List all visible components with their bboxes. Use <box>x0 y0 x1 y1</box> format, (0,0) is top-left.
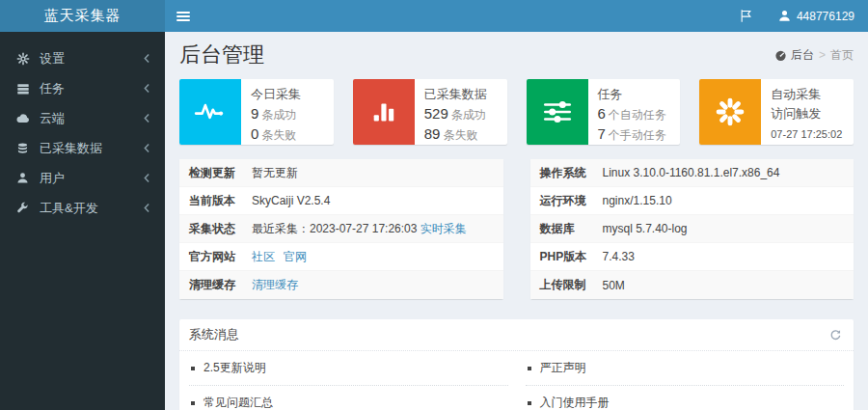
status-row: 操作系统Linux 3.10.0-1160.81.1.el7.x86_64 <box>530 159 854 187</box>
sidebar-item-users[interactable]: 用户 <box>0 163 165 193</box>
clear-cache-link[interactable]: 清理缓存 <box>252 278 298 291</box>
system-messages-list: 2.5更新说明严正声明常见问题汇总入门使用手册 <box>179 351 854 410</box>
stat-value: 9 <box>251 105 258 122</box>
stat-value: 7 <box>598 125 606 142</box>
angle-left-icon <box>143 203 151 213</box>
sidebar-toggle-button[interactable] <box>165 0 202 32</box>
info-box-stat: 529条成功 <box>424 104 487 124</box>
message-item[interactable]: 入门使用手册 <box>526 385 845 410</box>
username: 448776129 <box>797 10 854 23</box>
official-site-link[interactable]: 官网 <box>284 250 307 263</box>
system-messages-header: 系统消息 <box>179 319 854 351</box>
status-value: 社区官网 <box>252 249 503 265</box>
stat-unit: 个手动任务 <box>609 128 666 142</box>
cloud-icon <box>15 111 30 125</box>
angle-left-icon <box>143 173 151 183</box>
sidebar-menu: 设置任务云端已采集数据用户工具&开发 <box>0 32 165 223</box>
status-label: 当前版本 <box>179 193 252 209</box>
status-text: 7.4.33 <box>603 250 635 263</box>
status-text: Linux 3.10.0-1160.81.1.el7.x86_64 <box>603 166 780 179</box>
sidebar-item-settings[interactable]: 设置 <box>0 43 165 73</box>
message-item[interactable]: 严正声明 <box>526 351 845 385</box>
status-label: 检测更新 <box>179 165 252 181</box>
bullet-icon <box>191 401 195 405</box>
status-label: PHP版本 <box>530 249 603 265</box>
status-text: nginx/1.15.10 <box>603 194 672 207</box>
status-label: 清理缓存 <box>179 277 252 293</box>
status-value: 50M <box>603 279 854 292</box>
status-label: 操作系统 <box>530 165 603 181</box>
dashboard-icon <box>774 49 787 62</box>
status-label: 上传限制 <box>530 277 603 293</box>
status-row: 清理缓存清理缓存 <box>179 271 503 299</box>
sidebar-item-collected-data[interactable]: 已采集数据 <box>0 133 165 163</box>
angle-left-icon <box>143 53 151 64</box>
sidebar-item-label: 用户 <box>40 170 133 187</box>
info-box-stat: 6个自动任务 <box>598 104 666 124</box>
status-row: 数据库mysql 5.7.40-log <box>530 215 854 243</box>
breadcrumb: 后台 > 首页 <box>774 47 854 64</box>
navbar-right: 448776129 <box>739 9 868 23</box>
message-item[interactable]: 2.5更新说明 <box>189 351 508 385</box>
dashboard-icon <box>774 49 787 62</box>
info-box-collected: 已采集数据529条成功89条失败 <box>353 79 507 145</box>
info-box-content: 今日采集9条成功0条失败 <box>241 79 309 145</box>
bar-chart-icon <box>353 79 415 145</box>
user-menu[interactable]: 448776129 <box>778 10 854 23</box>
status-value: 暂无更新 <box>252 165 503 181</box>
asterisk-icon <box>699 79 761 145</box>
status-table-left: 检测更新暂无更新当前版本SkyCaiji V2.5.4采集状态最近采集：2023… <box>179 159 503 299</box>
status-row: 官方网站社区官网 <box>179 243 503 271</box>
stat-value: 6 <box>598 105 606 122</box>
bullet-icon <box>191 367 195 370</box>
flag-menu-button[interactable] <box>739 9 753 23</box>
status-label: 采集状态 <box>179 221 252 237</box>
breadcrumb-home-link[interactable]: 后台 <box>774 47 814 64</box>
breadcrumb-home-label: 后台 <box>791 47 814 64</box>
community-link[interactable]: 社区 <box>252 250 275 263</box>
info-box-stat: 7个手动任务 <box>598 124 666 145</box>
status-value: mysql 5.7.40-log <box>603 222 854 235</box>
status-value: 7.4.33 <box>603 250 854 263</box>
stat-unit: 条失败 <box>443 128 477 142</box>
status-row: 检测更新暂无更新 <box>179 159 503 187</box>
hamburger-icon <box>176 12 190 14</box>
message-item[interactable]: 常见问题汇总 <box>189 385 508 410</box>
app-logo[interactable]: 蓝天采集器 <box>0 0 165 32</box>
info-box-content: 已采集数据529条成功89条失败 <box>415 79 495 145</box>
info-box-time: 07-27 17:25:02 <box>771 123 842 143</box>
message-item-label: 2.5更新说明 <box>203 360 266 376</box>
refresh-button[interactable] <box>829 329 842 342</box>
person-icon <box>778 10 791 22</box>
refresh-icon <box>829 329 842 342</box>
status-value: Linux 3.10.0-1160.81.1.el7.x86_64 <box>603 166 854 179</box>
angle-left-icon <box>143 83 151 94</box>
info-box-title: 已采集数据 <box>424 85 487 104</box>
status-tables: 检测更新暂无更新当前版本SkyCaiji V2.5.4采集状态最近采集：2023… <box>179 159 854 299</box>
info-box-subtitle: 访问触发 <box>771 104 842 123</box>
info-box-title: 今日采集 <box>251 85 301 104</box>
info-box-title: 任务 <box>598 85 666 104</box>
stat-value: 0 <box>251 125 258 142</box>
status-label: 运行环境 <box>530 193 603 209</box>
status-row: 采集状态最近采集：2023-07-27 17:26:03 实时采集 <box>179 215 503 243</box>
stat-value: 529 <box>424 105 448 122</box>
realtime-collect-link[interactable]: 实时采集 <box>420 222 467 235</box>
stat-unit: 个自动任务 <box>609 108 666 122</box>
sidebar-item-label: 任务 <box>40 80 133 97</box>
tasks-icon <box>15 82 30 96</box>
sidebar: 设置任务云端已采集数据用户工具&开发 <box>0 32 165 410</box>
breadcrumb-separator: > <box>819 48 826 62</box>
bullet-icon <box>528 401 531 405</box>
status-text: 50M <box>603 279 625 292</box>
stat-unit: 条成功 <box>451 108 486 122</box>
status-row: PHP版本7.4.33 <box>530 243 854 271</box>
wrench-icon <box>15 202 30 214</box>
sidebar-item-label: 云端 <box>40 110 133 127</box>
sidebar-item-tasks[interactable]: 任务 <box>0 73 165 103</box>
navbar: 448776129 <box>165 0 868 32</box>
system-messages-title: 系统消息 <box>189 326 239 343</box>
sidebar-item-tools-dev[interactable]: 工具&开发 <box>0 193 165 223</box>
status-value: 最近采集：2023-07-27 17:26:03 实时采集 <box>252 221 503 237</box>
sidebar-item-cloud[interactable]: 云端 <box>0 103 165 133</box>
